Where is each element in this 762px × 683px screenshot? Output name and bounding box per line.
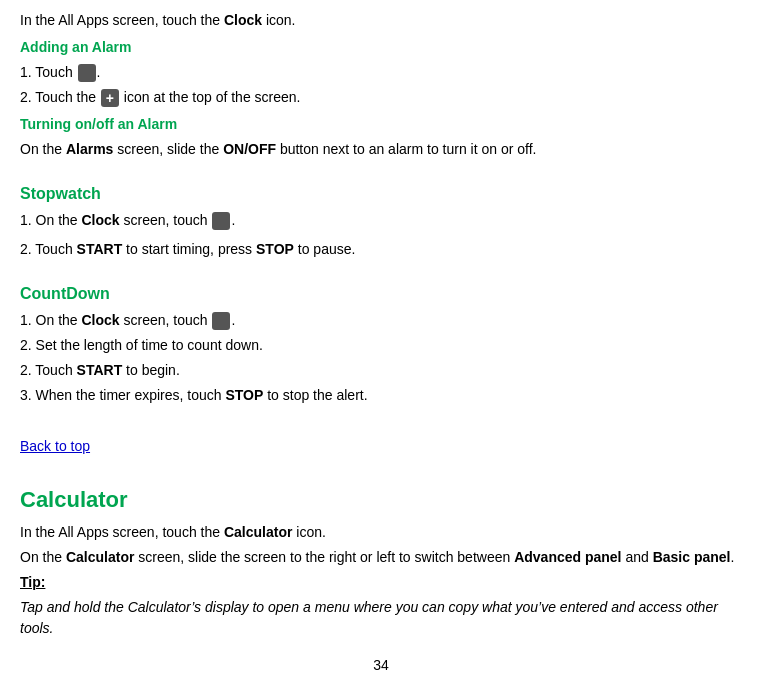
- turning-onoff-text: On the Alarms screen, slide the ON/OFF b…: [20, 139, 742, 160]
- countdown-step2: 2. Set the length of time to count down.: [20, 335, 742, 356]
- countdown-step1: 1. On the Clock screen, touch .: [20, 310, 742, 331]
- countdown-heading: CountDown: [20, 282, 742, 306]
- calculator-tip: Tip:: [20, 572, 742, 593]
- clock-icon-1: [78, 64, 96, 82]
- countdown-step4: 3. When the timer expires, touch STOP to…: [20, 385, 742, 406]
- calculator-intro: In the All Apps screen, touch the Calcul…: [20, 522, 742, 543]
- calculator-tip-text: Tap and hold the Calculator’s display to…: [20, 597, 742, 639]
- calculator-heading: Calculator: [20, 483, 742, 516]
- intro-bold: Clock: [224, 12, 262, 28]
- adding-step2: 2. Touch the icon at the top of the scre…: [20, 87, 742, 108]
- intro-prefix: In the All Apps screen, touch the: [20, 12, 224, 28]
- calculator-section: Calculator In the All Apps screen, touch…: [20, 483, 742, 639]
- page-number: 34: [20, 655, 742, 676]
- stopwatch-step1: 1. On the Clock screen, touch .: [20, 210, 742, 231]
- back-to-top-link[interactable]: Back to top: [20, 436, 90, 457]
- onoff-bold: ON/OFF: [223, 141, 276, 157]
- tip-label: Tip:: [20, 574, 45, 590]
- adding-step1: 1. Touch .: [20, 62, 742, 83]
- turning-onoff-heading: Turning on/off an Alarm: [20, 114, 742, 135]
- plus-icon: [101, 89, 119, 107]
- alarms-bold: Alarms: [66, 141, 113, 157]
- stopwatch-icon: [212, 212, 230, 230]
- stopwatch-step2: 2. Touch START to start timing, press ST…: [20, 239, 742, 260]
- stopwatch-heading: Stopwatch: [20, 182, 742, 206]
- intro-suffix: icon.: [262, 12, 295, 28]
- countdown-step3: 2. Touch START to begin.: [20, 360, 742, 381]
- countdown-icon: [212, 312, 230, 330]
- adding-alarm-heading: Adding an Alarm: [20, 37, 742, 58]
- calculator-desc: On the Calculator screen, slide the scre…: [20, 547, 742, 568]
- intro-text: In the All Apps screen, touch the Clock …: [20, 10, 742, 31]
